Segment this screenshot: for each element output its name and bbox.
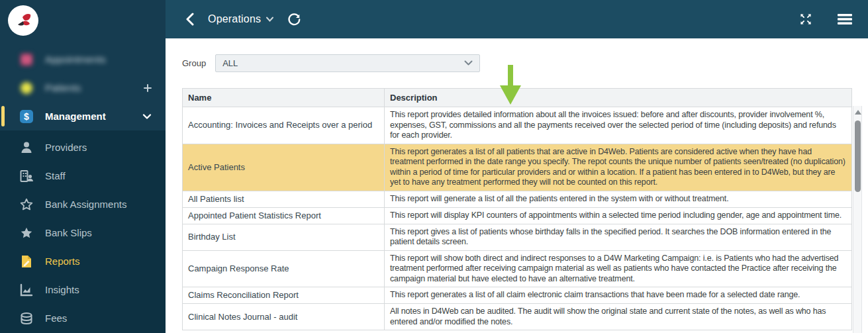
group-label: Group	[182, 58, 206, 68]
sidebar-subitem-label: Fees	[45, 312, 67, 324]
column-header-description[interactable]: Description	[385, 89, 852, 107]
reports-icon	[19, 254, 34, 269]
sidebar-main-nav: Appointments Patients	[0, 40, 166, 130]
refresh-button[interactable]	[285, 11, 302, 28]
person-icon	[19, 140, 34, 156]
chevron-down-icon	[464, 60, 473, 66]
chevron-down-icon	[266, 17, 273, 22]
expand-icon	[799, 13, 812, 26]
group-filter-row: Group ALL	[182, 54, 868, 72]
table-scrollbar[interactable]	[853, 106, 862, 333]
sidebar-item[interactable]: Appointments	[0, 45, 166, 73]
appointments-icon	[19, 52, 34, 68]
report-description-cell: This report generates a list of all pati…	[385, 144, 852, 191]
staff-icon	[19, 168, 34, 184]
sidebar-item[interactable]: $ Management	[0, 102, 166, 130]
page-title-dropdown[interactable]: Operations	[208, 13, 273, 25]
sidebar-subitem[interactable]: Fees	[0, 304, 166, 332]
report-description-cell: This report generates a list of all clai…	[385, 287, 852, 304]
main-content: Group ALL Name Description Accounting: I…	[166, 38, 868, 333]
sidebar-subitem-label: Bank Assignments	[45, 199, 126, 210]
star-outline-icon	[19, 197, 34, 213]
report-description-cell: This report will show both direct and in…	[385, 250, 852, 287]
report-name-cell[interactable]: Claims Reconciliation Report	[183, 287, 385, 304]
star-icon	[19, 225, 34, 241]
report-name-cell[interactable]: All Patients list	[183, 191, 385, 207]
chevron-down-icon	[142, 111, 152, 122]
report-name-cell[interactable]: Accounting: Invoices and Receipts over a…	[183, 107, 385, 144]
reports-table: Name Description Accounting: Invoices an…	[182, 88, 852, 330]
table-row[interactable]: All Patients list This report will gener…	[183, 191, 852, 207]
chevron-left-icon	[185, 13, 195, 26]
table-row[interactable]: Clinical Notes Journal - audit All notes…	[183, 304, 852, 330]
report-name-cell[interactable]: Appointed Patient Statistics Report	[183, 207, 385, 224]
patients-icon	[19, 80, 34, 96]
active-accent-bar	[1, 106, 5, 126]
brand-logo-icon	[13, 11, 33, 30]
page-title: Operations	[208, 13, 261, 25]
scrollbar-thumb[interactable]	[855, 120, 861, 192]
refresh-icon	[287, 13, 301, 26]
sidebar-subitem-label: Insights	[45, 284, 79, 295]
menu-button[interactable]	[836, 12, 853, 26]
sidebar-subitem[interactable]: Bank Slips	[0, 218, 166, 247]
report-description-cell: This report gives a list of patients who…	[385, 224, 852, 250]
sidebar-subitem[interactable]: Staff	[0, 162, 166, 190]
sidebar-subitem-label: Reports	[45, 256, 80, 267]
sidebar-item-label: Patients	[45, 82, 81, 93]
sidebar-subitem[interactable]: Bank Assignments	[0, 190, 166, 218]
logo-container	[0, 0, 166, 40]
insights-icon	[19, 282, 34, 298]
group-select[interactable]: ALL	[215, 54, 480, 72]
sidebar-subitem-label: Staff	[45, 170, 66, 181]
sidebar-subitem[interactable]: Reports	[0, 247, 166, 275]
report-name-cell[interactable]: Active Patients	[183, 144, 385, 191]
table-row[interactable]: Claims Reconciliation Report This report…	[183, 287, 852, 304]
sidebar-subitem[interactable]: Providers	[0, 133, 166, 162]
sidebar-item-label: Appointments	[45, 54, 106, 65]
sidebar-subitem-label: Bank Slips	[45, 227, 92, 238]
sidebar-management-submenu: Providers Staff Bank Assignments Bank Sl…	[0, 130, 166, 333]
report-description-cell: This report will display KPI counters of…	[385, 207, 852, 224]
table-row[interactable]: Campaign Response Rate This report will …	[183, 250, 852, 287]
management-icon: $	[19, 109, 34, 124]
app-root: Appointments Patients	[0, 0, 868, 333]
report-name-cell[interactable]: Clinical Notes Journal - audit	[183, 304, 385, 330]
sidebar-item[interactable]: Patients	[0, 73, 166, 102]
group-select-value: ALL	[222, 58, 238, 68]
table-row[interactable]: Accounting: Invoices and Receipts over a…	[183, 107, 852, 144]
table-row[interactable]: Appointed Patient Statistics Report This…	[183, 207, 852, 224]
report-name-cell[interactable]: Birthday List	[183, 224, 385, 250]
fullscreen-button[interactable]	[798, 11, 814, 27]
report-description-cell: All notes in D4Web can be audited. The a…	[385, 304, 852, 330]
hamburger-icon	[838, 13, 852, 25]
app-logo[interactable]	[8, 5, 38, 36]
scrollbar-up-arrow-icon[interactable]	[855, 110, 861, 115]
top-bar: Operations	[166, 0, 868, 38]
plus-icon	[143, 83, 152, 93]
report-description-cell: This report provides detailed informatio…	[385, 107, 852, 144]
sidebar-subitem-label: Providers	[45, 142, 87, 153]
sidebar-item-label: Management	[45, 111, 106, 122]
sidebar: Appointments Patients	[0, 0, 166, 333]
svg-text:$: $	[24, 111, 29, 122]
table-row[interactable]: Birthday List This report gives a list o…	[183, 224, 852, 250]
report-name-cell[interactable]: Campaign Response Rate	[183, 250, 385, 287]
table-header-row: Name Description	[183, 89, 852, 107]
sidebar-subitem[interactable]: Insights	[0, 275, 166, 304]
table-row[interactable]: Active Patients This report generates a …	[183, 144, 852, 191]
report-description-cell: This report will generate a list of all …	[385, 191, 852, 207]
fees-icon	[19, 310, 34, 326]
column-header-name[interactable]: Name	[183, 89, 385, 107]
back-button[interactable]	[184, 11, 196, 27]
table-body: Accounting: Invoices and Receipts over a…	[183, 107, 852, 330]
